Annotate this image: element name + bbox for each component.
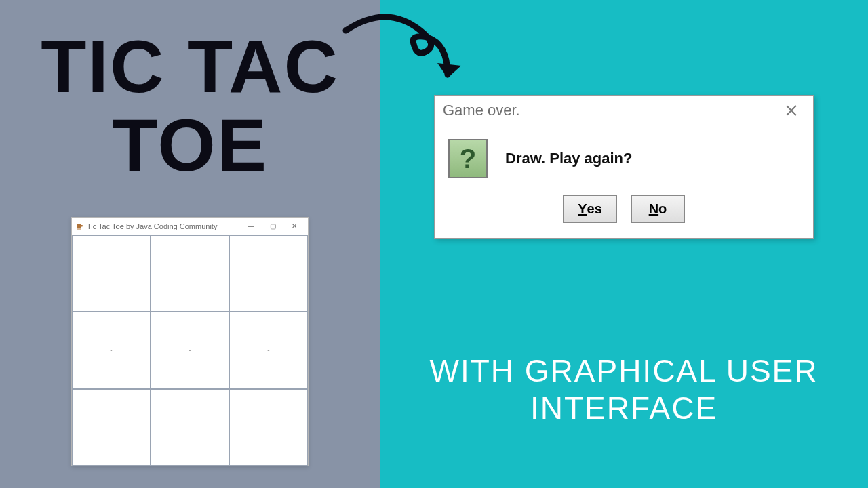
no-button[interactable]: No [631,195,685,223]
grid-cell[interactable]: - [151,389,229,466]
grid-cell[interactable]: - [72,235,151,312]
grid-cell[interactable]: - [229,389,308,466]
dialog-body: ? Draw. Play again? [435,125,813,185]
left-panel: TIC TAC TOE Tic Tac Toe by Java Coding C… [0,0,380,488]
tic-tac-toe-window: Tic Tac Toe by Java Coding Community — ▢… [71,217,309,466]
game-titlebar[interactable]: Tic Tac Toe by Java Coding Community — ▢… [72,218,308,235]
grid-cell[interactable]: - [72,389,151,466]
maximize-button[interactable]: ▢ [262,220,283,233]
dialog-titlebar[interactable]: Game over. [435,96,813,125]
minimize-button[interactable]: — [240,220,262,233]
yes-rest: es [587,201,602,217]
dialog-title: Game over. [443,102,778,119]
no-rest: o [658,201,667,217]
game-grid: - - - - - - - - - [72,235,308,466]
subtitle-line-1: WITH GRAPHICAL USER [380,352,868,390]
yes-button[interactable]: Yes [563,195,617,223]
grid-cell[interactable]: - [229,312,308,388]
main-title: TIC TAC TOE [0,0,380,184]
close-icon [785,104,798,117]
dialog-message: Draw. Play again? [505,150,632,167]
subtitle: WITH GRAPHICAL USER INTERFACE [380,352,868,427]
dialog-close-button[interactable] [778,100,805,121]
subtitle-line-2: INTERFACE [380,390,868,427]
dialog-button-row: Yes No [435,185,813,238]
title-line-2: TOE [0,106,380,184]
grid-cell[interactable]: - [72,312,151,388]
game-window-title: Tic Tac Toe by Java Coding Community [87,222,240,230]
no-mnemonic: N [649,201,658,217]
grid-cell[interactable]: - [151,312,229,388]
grid-cell[interactable]: - [151,235,229,312]
title-line-1: TIC TAC [0,27,380,106]
close-button[interactable]: ✕ [283,220,305,233]
grid-cell[interactable]: - [229,235,308,312]
window-controls: — ▢ ✕ [240,220,305,233]
right-panel: Game over. ? Draw. Play again? Yes No WI… [380,0,868,488]
game-over-dialog: Game over. ? Draw. Play again? Yes No [434,95,814,239]
yes-mnemonic: Y [578,201,587,217]
java-icon [75,222,84,231]
question-icon: ? [448,139,488,178]
